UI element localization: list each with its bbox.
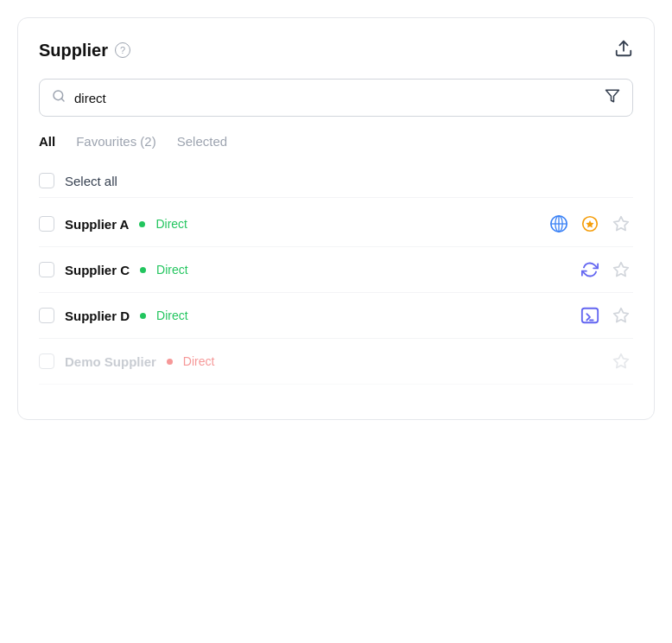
tab-all[interactable]: All (39, 134, 55, 150)
supplier-name: Supplier C (65, 263, 130, 277)
select-all-label: Select all (65, 174, 117, 188)
supplier-type: Direct (156, 309, 188, 322)
search-box (39, 79, 633, 117)
select-all-checkbox[interactable] (39, 173, 54, 188)
globe-icon[interactable] (547, 212, 571, 236)
supplier-type: Direct (183, 354, 215, 368)
supplier-checkbox[interactable] (39, 216, 54, 232)
svg-line-2 (61, 99, 64, 101)
panel-title: Supplier (39, 41, 108, 60)
svg-marker-14 (614, 354, 629, 368)
supplier-row: Supplier ADirect (39, 201, 633, 247)
star-icon[interactable] (609, 303, 633, 328)
terminal-icon[interactable] (578, 303, 602, 328)
supplier-type: Direct (155, 217, 187, 231)
star-icon[interactable] (609, 349, 633, 373)
filter-icon[interactable] (605, 88, 620, 107)
svg-marker-13 (614, 309, 629, 322)
search-input[interactable] (74, 91, 596, 105)
supplier-name: Supplier A (65, 217, 129, 232)
export-icon[interactable] (614, 39, 633, 61)
supplier-panel: Supplier ? All Favourites (2) (17, 17, 655, 420)
help-icon[interactable]: ? (115, 42, 130, 58)
supplier-list: Supplier ADirect Supplier CDirect Suppli… (39, 201, 633, 385)
supplier-row: Supplier DDirect (39, 293, 633, 339)
header-left: Supplier ? (39, 41, 130, 60)
search-icon (52, 89, 66, 106)
supplier-icons (578, 258, 633, 282)
supplier-name: Supplier D (65, 309, 130, 323)
supplier-icons (547, 212, 633, 236)
tab-favourites[interactable]: Favourites (2) (76, 134, 156, 150)
supplier-row: Demo SupplierDirect (39, 339, 633, 385)
supplier-checkbox (39, 353, 54, 369)
supplier-name: Demo Supplier (65, 354, 156, 369)
svg-marker-9 (614, 217, 629, 231)
badge-icon[interactable] (578, 212, 602, 236)
supplier-row: Supplier CDirect (39, 247, 633, 293)
refresh-icon[interactable] (578, 258, 602, 282)
supplier-checkbox[interactable] (39, 262, 54, 277)
tab-selected[interactable]: Selected (177, 134, 227, 150)
star-icon[interactable] (609, 258, 633, 282)
supplier-icons (609, 349, 633, 373)
star-icon[interactable] (609, 212, 633, 236)
supplier-type: Direct (156, 263, 188, 277)
panel-header: Supplier ? (39, 39, 633, 61)
status-dot (167, 359, 173, 365)
supplier-icons (578, 303, 633, 328)
select-all-row: Select all (39, 164, 633, 198)
svg-marker-3 (606, 90, 619, 102)
status-dot (140, 267, 146, 273)
status-dot (140, 313, 146, 319)
supplier-checkbox[interactable] (39, 308, 54, 323)
status-dot (139, 221, 145, 227)
tabs: All Favourites (2) Selected (39, 134, 633, 150)
svg-marker-10 (614, 263, 629, 277)
